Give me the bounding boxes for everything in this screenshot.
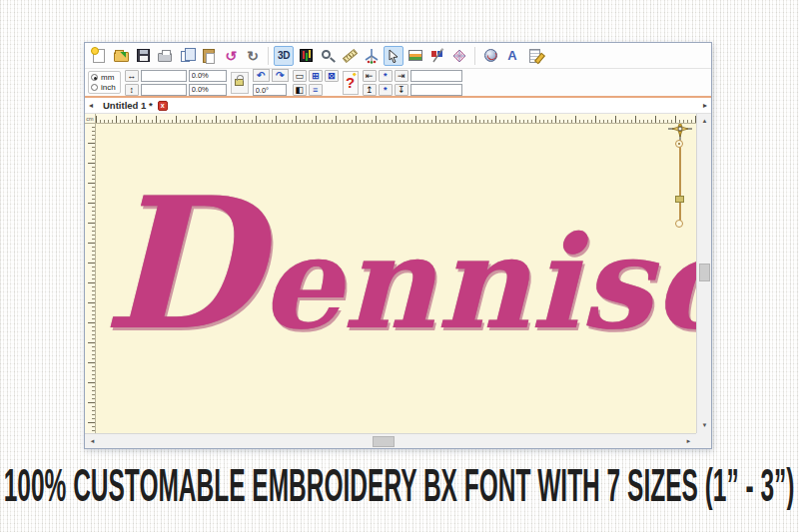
contrast-button[interactable]: ◧	[293, 84, 307, 96]
height-input[interactable]	[141, 84, 187, 96]
align-bottom-button[interactable]: ↧	[395, 84, 408, 96]
ruler-icon	[342, 48, 357, 62]
width-percent-input[interactable]	[189, 70, 227, 82]
ruler-unit-label: cm	[85, 114, 96, 124]
center-design-button[interactable]: ⊞	[309, 70, 323, 82]
new-icon	[93, 49, 105, 63]
horizontal-scroll-thumb[interactable]	[373, 436, 395, 447]
toolbar-separator	[268, 47, 269, 65]
align-group: ⇤ * ⇥ ↥ * ↧	[363, 70, 462, 96]
stitch-mesh-button[interactable]	[449, 46, 469, 66]
copy-button[interactable]	[177, 46, 197, 66]
vertical-scrollbar[interactable]: ▲ ▼	[696, 114, 711, 433]
stitch-sequence-button[interactable]: ≡	[309, 84, 323, 96]
windmill-icon	[364, 48, 380, 64]
view-block-button[interactable]: ▭	[293, 70, 307, 82]
slider-top-node-icon[interactable]	[675, 140, 683, 148]
text-tool-button[interactable]: A	[502, 46, 522, 66]
image-button[interactable]	[405, 46, 425, 66]
design-canvas[interactable]: Dennison N	[96, 124, 696, 433]
help-button[interactable]: ?	[343, 71, 359, 95]
pointer-cursor-icon	[387, 49, 400, 63]
flip-right-button[interactable]: ↻	[243, 46, 263, 66]
vertical-scroll-thumb[interactable]	[699, 264, 710, 281]
hoop-button[interactable]	[362, 46, 382, 66]
align-top-button[interactable]: ↥	[363, 84, 377, 96]
magnifier-icon	[322, 50, 331, 59]
horizontal-scrollbar[interactable]: ◄ ►	[85, 433, 696, 448]
question-mark-icon: ?	[346, 74, 355, 91]
paste-button[interactable]	[199, 46, 219, 66]
toolbar-separator	[474, 47, 475, 65]
redo-button[interactable]: ↷	[272, 69, 289, 82]
main-toolbar: ↺ ↻ 3D	[85, 43, 711, 69]
unit-selector: mm inch	[88, 71, 121, 94]
save-button[interactable]	[133, 46, 153, 66]
scroll-right-icon[interactable]: ►	[681, 434, 696, 449]
tab-scroll-left-icon[interactable]: ◂	[85, 101, 97, 110]
width-input[interactable]	[141, 70, 187, 82]
embroidery-design-text[interactable]: Dennison	[102, 174, 696, 355]
height-percent-input[interactable]	[189, 84, 227, 96]
design-globe-button[interactable]	[480, 46, 500, 66]
app-window: ↺ ↻ 3D	[84, 42, 712, 449]
caption-banner: 100% CUSTOMABLE EMBROIDERY BX FONT WITH …	[0, 459, 799, 511]
image-icon	[408, 50, 422, 61]
view-block-icon: ▭	[295, 71, 304, 81]
horizontal-ruler	[96, 114, 696, 124]
unit-mm-label: mm	[101, 73, 114, 82]
rotation-input[interactable]	[253, 84, 287, 96]
copy-icon	[181, 51, 190, 62]
work-area: cm Dennison N	[85, 114, 711, 448]
align-right-button[interactable]: ⇥	[395, 70, 408, 82]
radio-mm-icon	[91, 74, 98, 81]
lettering-button[interactable]	[427, 46, 447, 66]
tab-title: Untitled 1 *	[103, 100, 153, 111]
pointer-button[interactable]	[384, 46, 403, 66]
slider-handle[interactable]	[675, 196, 684, 203]
lock-proportions-button[interactable]	[231, 72, 249, 94]
compass-rose-icon	[668, 124, 692, 141]
redo-icon: ↷	[276, 70, 284, 81]
unit-mm-option[interactable]: mm	[91, 73, 116, 82]
align-center-v-icon: *	[384, 85, 388, 95]
new-button[interactable]	[89, 46, 109, 66]
scroll-down-icon[interactable]: ▼	[697, 418, 712, 433]
align-top-icon: ↥	[366, 85, 374, 95]
unit-inch-label: inch	[101, 83, 116, 92]
flip-left-button[interactable]: ↺	[221, 46, 241, 66]
height-arrows-icon: ↕	[125, 84, 139, 96]
paste-icon	[203, 49, 215, 63]
tab-scroll-right-icon[interactable]: ▸	[699, 101, 711, 110]
thread-palette-icon	[300, 49, 313, 62]
zoom-button[interactable]	[318, 46, 338, 66]
pos-x-input[interactable]	[410, 70, 462, 82]
scroll-left-icon[interactable]: ◄	[85, 434, 100, 449]
unit-inch-option[interactable]: inch	[91, 83, 116, 92]
thread-palette-button[interactable]	[296, 46, 316, 66]
fit-hoop-button[interactable]: ⊠	[325, 70, 339, 82]
align-center-v-button[interactable]: *	[379, 84, 393, 96]
tab-close-icon[interactable]: x	[158, 101, 168, 111]
globe-icon	[484, 49, 497, 62]
notes-page-icon	[529, 49, 540, 63]
pos-y-input[interactable]	[410, 84, 462, 96]
compass-widget: N	[668, 124, 692, 141]
fit-hoop-icon: ⊠	[328, 71, 336, 81]
save-floppy-icon	[137, 49, 150, 62]
3d-view-button[interactable]: 3D	[274, 46, 294, 66]
zoom-slider[interactable]	[675, 140, 685, 230]
slider-bottom-node-icon[interactable]	[675, 220, 683, 228]
design-notes-button[interactable]	[524, 46, 544, 66]
print-button[interactable]	[155, 46, 175, 66]
undo-button[interactable]: ↶	[253, 69, 270, 82]
measure-button[interactable]	[340, 46, 360, 66]
align-left-button[interactable]: ⇤	[363, 70, 377, 82]
scroll-up-icon[interactable]: ▲	[697, 114, 712, 129]
align-center-h-button[interactable]: *	[379, 70, 393, 82]
open-folder-icon	[114, 52, 129, 62]
open-button[interactable]	[111, 46, 131, 66]
property-toolbar: mm inch ↔ ↕	[85, 69, 711, 96]
tab-untitled-1[interactable]: Untitled 1 * x	[97, 98, 174, 113]
flip-right-icon: ↻	[247, 49, 259, 63]
